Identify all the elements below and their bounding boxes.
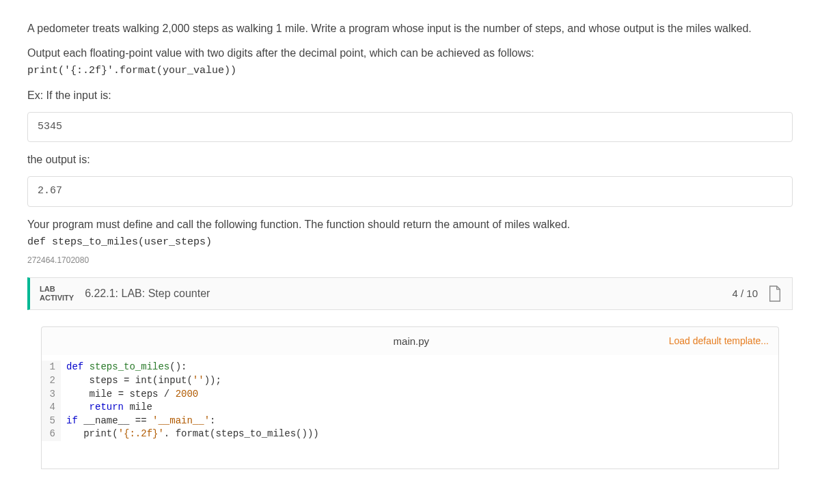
example-input-box: 5345: [27, 112, 793, 143]
problem-para-2: Output each floating-point value with tw…: [27, 45, 793, 79]
required-function-def: def steps_to_miles(user_steps): [27, 236, 212, 248]
editor-tab-bar: main.py Load default template...: [41, 326, 779, 355]
problem-para-3: Your program must define and call the fo…: [27, 216, 793, 251]
score-display: 4 / 10: [732, 286, 758, 302]
line-number: 2: [42, 374, 61, 388]
lab-title: 6.22.1: LAB: Step counter: [85, 285, 210, 302]
lab-header-right: 4 / 10: [732, 285, 782, 303]
example-output-label: the output is:: [27, 152, 793, 168]
load-default-template-link[interactable]: Load default template...: [669, 334, 769, 348]
line-number: 4: [42, 401, 61, 415]
lab-header: LAB ACTIVITY 6.22.1: LAB: Step counter 4…: [27, 277, 793, 310]
code-editor-wrap: main.py Load default template... 1 def s…: [27, 326, 793, 469]
lab-header-left: LAB ACTIVITY 6.22.1: LAB: Step counter: [40, 285, 210, 303]
code-editor[interactable]: 1 def steps_to_miles(): 2 steps = int(in…: [41, 355, 779, 469]
line-number: 5: [42, 415, 61, 428]
file-tab[interactable]: main.py: [154, 334, 669, 350]
example-input-label: Ex: If the input is:: [27, 87, 793, 104]
code-hint: print('{:.2f}'.format(your_value)): [27, 65, 236, 76]
line-number: 3: [42, 388, 61, 402]
example-output-box: 2.67: [27, 176, 793, 207]
problem-statement: A pedometer treats walking 2,000 steps a…: [27, 20, 793, 104]
line-number: 6: [42, 428, 61, 441]
line-number: 1: [42, 361, 61, 374]
problem-para-1: A pedometer treats walking 2,000 steps a…: [27, 20, 793, 37]
lab-activity-label: LAB ACTIVITY: [40, 285, 74, 303]
watermark-id: 272464.1702080: [27, 254, 793, 266]
document-icon[interactable]: [767, 285, 782, 303]
